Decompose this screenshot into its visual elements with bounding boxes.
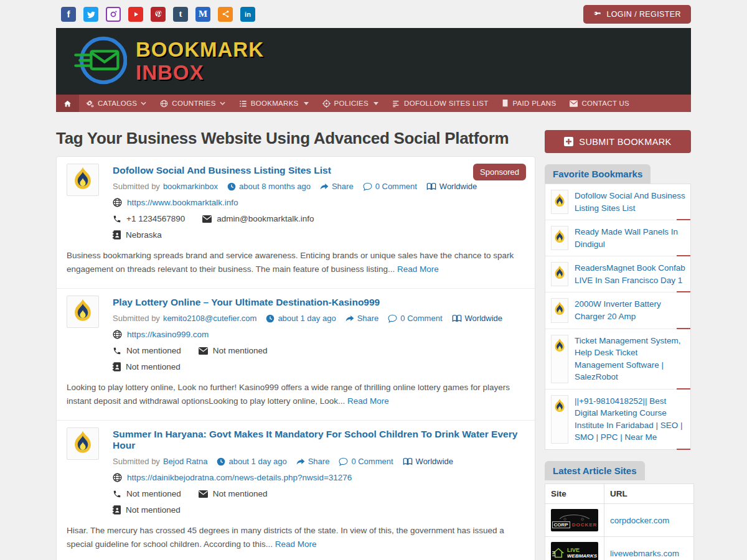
- share-link[interactable]: Share: [357, 314, 379, 323]
- favorite-link[interactable]: Ready Made Wall Panels In Dindigul: [575, 226, 685, 250]
- chevron-down-icon: [141, 101, 146, 105]
- table-header-row: Site URL: [545, 484, 694, 504]
- read-more-link[interactable]: Read More: [397, 264, 439, 274]
- nav-catalogs-label: CATALOGS: [98, 100, 137, 107]
- facebook-icon[interactable]: f: [61, 7, 76, 22]
- nav-countries[interactable]: COUNTRIES: [153, 95, 232, 112]
- phone-value: +1 1234567890: [126, 214, 185, 223]
- article-site-link[interactable]: livewebmarks.com: [610, 549, 679, 558]
- site-column-header: Site: [545, 484, 604, 504]
- sharethis-icon[interactable]: [218, 7, 233, 22]
- caret-down-icon: [374, 102, 378, 105]
- time-ago-link[interactable]: about 8 months ago: [239, 182, 311, 191]
- nav-paid-plans-label: PAID PLANS: [512, 100, 556, 107]
- bookmark-title-link[interactable]: Play Lottery Online – Your Ultimate Dest…: [113, 297, 525, 308]
- nav-catalogs[interactable]: CATALOGS: [79, 95, 153, 112]
- envelope-logo-icon: [73, 34, 127, 90]
- submitter-link[interactable]: bookmarkinbox: [163, 182, 218, 191]
- email-value: Not mentioned: [213, 346, 268, 355]
- submit-bookmark-button[interactable]: SUBMIT BOOKMARK: [545, 130, 691, 153]
- article-sites-table: Site URL CORPDOCKER corpdocker.com LIVEW…: [545, 483, 694, 560]
- youtube-icon[interactable]: [128, 7, 143, 22]
- nav-bookmarks-label: BOOKMARKS: [251, 100, 299, 107]
- comments-link[interactable]: 0 Comment: [375, 182, 417, 191]
- favorite-bookmarks-panel: Dofollow Social And Business Listing Sit…: [545, 184, 691, 450]
- favorite-link[interactable]: ||+91-9810418252|| Best Digital Marketin…: [575, 395, 685, 444]
- bookmark-list: Sponsored Dofollow Social And Business L…: [56, 156, 535, 560]
- login-register-button[interactable]: LOGIN / REGISTER: [583, 5, 691, 24]
- article-site-link[interactable]: corpdocker.com: [610, 516, 669, 525]
- nav-policies[interactable]: POLICIES: [316, 95, 385, 112]
- bookmark-url-link[interactable]: https://www.bookmarktalk.info: [127, 198, 238, 207]
- target-icon: [322, 100, 331, 108]
- phone-icon: [113, 490, 121, 498]
- bookmark-url-link[interactable]: https://kasino999.com: [127, 330, 209, 339]
- table-row: CORPDOCKER corpdocker.com: [545, 504, 694, 537]
- flame-avatar: [551, 226, 568, 250]
- table-row: LIVEWEBMARKS livewebmarks.com: [545, 537, 694, 560]
- phone-icon: [113, 215, 121, 223]
- medium-icon[interactable]: M: [195, 7, 210, 22]
- submitter-link[interactable]: kemito2108@cutefier.com: [163, 314, 257, 323]
- linkedin-icon[interactable]: in: [240, 7, 255, 22]
- page-title: Tag Your Business Website Using Advanced…: [56, 129, 535, 148]
- nav-policies-label: POLICIES: [334, 100, 369, 107]
- nav-paid-plans[interactable]: PAID PLANS: [495, 95, 563, 112]
- twitter-icon[interactable]: [83, 7, 98, 22]
- comments-link[interactable]: 0 Comment: [351, 457, 393, 466]
- bookmark-item: Sponsored Dofollow Social And Business L…: [57, 157, 535, 289]
- bookmark-description: Hisar. The mercury has crossed 45 degree…: [67, 524, 525, 551]
- time-ago-link[interactable]: about 1 day ago: [228, 457, 286, 466]
- house-icon: [552, 548, 565, 559]
- car-icon: [557, 513, 592, 521]
- nav-dofollow-label: DOFOLLOW SITES LIST: [404, 100, 488, 107]
- region-label: Worldwide: [439, 182, 477, 191]
- nav-countries-label: COUNTRIES: [172, 100, 215, 107]
- email-value: Not mentioned: [213, 489, 268, 498]
- read-more-link[interactable]: Read More: [275, 539, 317, 549]
- flame-avatar: [551, 262, 568, 286]
- instagram-icon[interactable]: [106, 7, 121, 22]
- gears-icon: [86, 100, 94, 108]
- favorite-item: 2000W Inverter Battery Charger 20 Amp: [545, 292, 690, 329]
- envelope-icon: [202, 215, 212, 223]
- submitted-by-label: Submitted by: [113, 314, 160, 323]
- comments-link[interactable]: 0 Comment: [400, 314, 442, 323]
- logo-text-line1: BOOKMARK: [136, 39, 264, 62]
- globe-icon: [113, 330, 122, 339]
- favorite-item: Dofollow Social And Business Listing Sit…: [545, 184, 690, 220]
- pinterest-icon[interactable]: [151, 7, 166, 22]
- location-value: Nebraska: [126, 230, 162, 240]
- read-more-link[interactable]: Read More: [347, 396, 389, 406]
- submitter-link[interactable]: Bejod Ratna: [163, 457, 208, 466]
- nav-dofollow-sites-list[interactable]: DOFOLLOW SITES LIST: [385, 95, 495, 112]
- nav-home[interactable]: [56, 95, 79, 112]
- top-bar: f t M in LOGIN / REGISTER: [0, 0, 747, 28]
- bookmark-title-link[interactable]: Dofollow Social And Business Listing Sit…: [113, 165, 525, 176]
- clock-icon: [266, 314, 275, 323]
- nav-contact-us[interactable]: CONTACT US: [563, 95, 636, 112]
- chevron-down-icon: [220, 101, 225, 105]
- share-link[interactable]: Share: [308, 457, 330, 466]
- tumblr-icon[interactable]: t: [173, 7, 188, 22]
- phone-icon: [113, 347, 121, 355]
- nav-bookmarks[interactable]: BOOKMARKS: [232, 95, 316, 112]
- bookmark-title-link[interactable]: Summer In Haryana: Govt Makes It Mandato…: [113, 429, 525, 451]
- description-text: Business bookmarking spreads brand and s…: [67, 251, 514, 274]
- region-label: Worldwide: [465, 314, 502, 323]
- login-register-label: LOGIN / REGISTER: [606, 10, 681, 19]
- bookmark-url-link[interactable]: https://dainikbejodratna.com/news-detail…: [127, 473, 352, 482]
- favorite-link[interactable]: ReadersMagnet Book Confab LIVE In San Fr…: [575, 262, 685, 286]
- bookmark-item: Summer In Haryana: Govt Makes It Mandato…: [57, 421, 535, 560]
- favorite-link[interactable]: Ticket Management System, Help Desk Tick…: [575, 335, 685, 383]
- time-ago-link[interactable]: about 1 day ago: [278, 314, 336, 323]
- globe-icon: [113, 198, 122, 207]
- favorite-link[interactable]: 2000W Inverter Battery Charger 20 Amp: [575, 298, 685, 322]
- share-link[interactable]: Share: [332, 182, 354, 191]
- site-logo[interactable]: BOOKMARK INBOX: [73, 34, 264, 90]
- favorite-bookmarks-heading: Favorite Bookmarks: [545, 164, 651, 184]
- logo-text-line2: INBOX: [136, 62, 264, 85]
- flame-avatar: [67, 427, 99, 460]
- comment-icon: [388, 314, 397, 323]
- favorite-link[interactable]: Dofollow Social And Business Listing Sit…: [575, 190, 685, 214]
